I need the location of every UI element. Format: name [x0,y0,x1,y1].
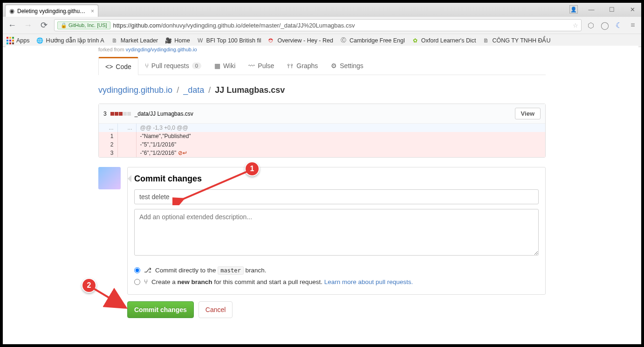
callout-1: 1 [245,161,260,176]
form-actions: Commit changes Cancel [127,301,546,318]
forked-from-link[interactable]: vydingding/vydingding.github.io [126,47,197,52]
leaf-icon: ✿ [411,37,419,44]
graph-icon: ⫯⫯ [287,62,294,69]
ext-cube-icon[interactable]: ⬡ [586,21,596,30]
browser-tab[interactable]: ◉ Deleting vydingding.githu… × [5,5,98,17]
tab-code[interactable]: <>Code [98,57,138,75]
bookmark-item[interactable]: ⛑Overview - Hey - Red [267,37,333,44]
gear-icon: ⚙ [331,62,337,69]
tab-wiki[interactable]: ▦Wiki [208,57,242,75]
radio-input-branch[interactable] [134,279,140,285]
bookmark-item[interactable]: 🎥Home [164,37,190,44]
pr-icon: ⑂ [145,62,149,69]
camera-icon: 🎥 [164,37,172,44]
back-icon[interactable]: ← [7,20,18,31]
bookmark-item[interactable]: ⒸCambridge Free Engl [340,37,405,44]
window-close-icon[interactable]: ✕ [625,5,639,14]
apps-grid-icon [7,37,14,44]
bookmark-item[interactable]: 🗎CÔNG TY TNHH ĐẦU [482,37,550,44]
window-maximize-icon[interactable]: ☐ [605,5,619,14]
nav-bar: ← → ⟳ 🔒 GitHub, Inc. [US] https://github… [3,17,641,34]
diff-line: -"6","1/2/2016" ⊘↵ [136,149,545,157]
breadcrumb: vydingding.github.io / _data / JJ Lumagb… [98,75,546,104]
commit-heading: Commit changes [134,174,539,184]
cancel-button[interactable]: Cancel [199,301,233,318]
avatar [98,167,121,189]
book-icon: ▦ [214,62,220,69]
bookmark-item[interactable]: 🗎Market Leader [111,37,158,44]
tab-title: Deleting vydingding.githu… [17,8,85,14]
diff-change-count: 3 [103,111,107,117]
commit-form: Commit changes ⎇ Commit directly to the … [127,167,546,295]
repo-tabs: <>Code ⑂Pull requests0 ▦Wiki 〰Pulse ⫯⫯Gr… [98,57,546,75]
diff-filepath: _data/JJ Lumagbas.csv [135,111,193,117]
page-icon: 🗎 [482,37,490,44]
bookmark-item[interactable]: 🌐Hướng dẫn lập trình A [36,37,104,44]
bookmark-star-icon[interactable]: ☆ [573,22,578,29]
diff-header: 3 _data/JJ Lumagbas.csv View [99,104,545,124]
forked-from-note: forked from vydingding/vydingding.github… [98,46,546,55]
page-viewport[interactable]: forked from vydingding/vydingding.github… [6,46,638,341]
radio-commit-directly[interactable]: ⎇ Commit directly to the master branch. [134,264,539,276]
bookmark-item[interactable]: WBFI Top 100 British fil [197,37,261,44]
breadcrumb-repo[interactable]: vydingding.github.io [98,85,172,95]
c-icon: Ⓒ [340,37,347,44]
tab-pulse[interactable]: 〰Pulse [242,57,281,75]
browser-chrome: ◉ Deleting vydingding.githu… × 👤 — ☐ ✕ ←… [3,3,641,47]
diff-box: 3 _data/JJ Lumagbas.csv View ......@@ -1… [98,104,546,158]
pr-count: 0 [192,62,201,69]
github-favicon-icon: ◉ [9,7,14,14]
code-icon: <> [105,63,113,70]
diff-stat-squares [110,112,131,116]
bookmark-item[interactable]: ✿Oxford Learner's Dict [411,37,476,44]
commit-description-input[interactable] [134,209,539,256]
radio-new-branch[interactable]: ⑂ Create a new branch for this commit an… [134,276,539,288]
commit-icon: ⎇ [144,266,151,274]
tab-graphs[interactable]: ⫯⫯Graphs [281,57,324,75]
chrome-profile-icon[interactable]: 👤 [569,5,578,14]
view-button[interactable]: View [515,108,541,119]
hat-icon: ⛑ [267,37,275,44]
chrome-menu-icon[interactable]: ≡ [628,21,637,30]
radio-input-direct[interactable] [134,267,140,273]
branch-icon: ⑂ [144,278,148,285]
diff-line: -"Name","Published" [136,132,545,140]
commit-radio-group: ⎇ Commit directly to the master branch. … [134,264,539,288]
breadcrumb-file: JJ Lumagbas.csv [215,85,285,95]
ext-crescent-icon[interactable]: ☾ [614,21,623,30]
ext-circle-icon[interactable]: ◯ [600,21,610,30]
commit-changes-button[interactable]: Commit changes [127,301,194,318]
tab-bar: ◉ Deleting vydingding.githu… × 👤 — ☐ ✕ [3,3,641,17]
commit-summary-input[interactable] [134,189,539,204]
ssl-badge: 🔒 GitHub, Inc. [US] [57,21,110,29]
tab-pull-requests[interactable]: ⑂Pull requests0 [138,57,208,75]
commit-area: Commit changes ⎇ Commit directly to the … [98,167,546,295]
diff-table: ......@@ -1,3 +0,0 @@ 1-"Name","Publishe… [99,124,545,157]
url-text: https://github.com/donhuvy/vydingding.gi… [113,22,355,29]
apps-button[interactable]: Apps [7,37,30,44]
tab-settings[interactable]: ⚙Settings [324,57,370,75]
globe-icon: 🌐 [36,37,44,44]
page-icon: 🗎 [111,37,118,44]
callout-2: 2 [82,278,96,293]
no-newline-icon: ⊘↵ [178,150,187,156]
lock-icon: 🔒 [61,22,67,28]
bookmark-bar: Apps 🌐Hướng dẫn lập trình A 🗎Market Lead… [3,34,641,47]
window-minimize-icon[interactable]: — [584,5,598,14]
diff-line: -"5","1/1/2016" [136,140,545,149]
learn-more-link[interactable]: Learn more about pull requests. [324,278,413,285]
url-bar[interactable]: 🔒 GitHub, Inc. [US] https://github.com/d… [54,19,582,31]
forward-icon: → [22,20,34,31]
close-tab-icon[interactable]: × [91,8,94,14]
diff-hunk: @@ -1,3 +0,0 @@ [136,124,545,132]
breadcrumb-folder[interactable]: _data [183,85,204,95]
reload-icon[interactable]: ⟳ [38,20,49,31]
pulse-icon: 〰 [248,62,255,69]
wiki-icon: W [197,37,204,44]
